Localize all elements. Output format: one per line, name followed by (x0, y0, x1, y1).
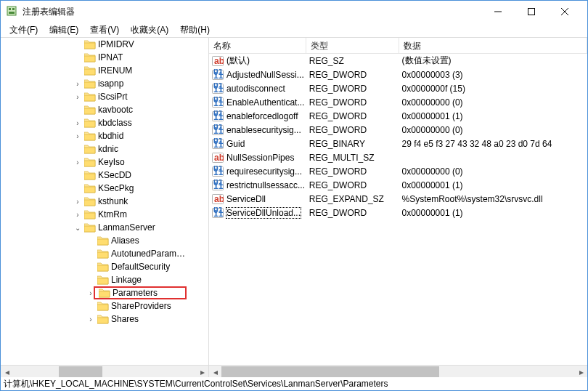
tree-item-label: KtmRm (98, 209, 127, 219)
folder-icon (84, 78, 96, 89)
chevron-right-icon[interactable]: › (73, 132, 82, 140)
menu-3[interactable]: 收藏夹(A) (125, 23, 174, 37)
tree-item-kdnic[interactable]: kdnic (1, 142, 208, 156)
menubar: 文件(F)编辑(E)查看(V)收藏夹(A)帮助(H) (1, 23, 587, 37)
list-header[interactable]: 名称类型数据 (209, 38, 587, 54)
tree-item-label: IPNAT (98, 52, 123, 63)
tree-item-ShareProviders[interactable]: ShareProviders (1, 299, 208, 313)
chevron-down-icon[interactable]: ⌄ (73, 223, 82, 232)
value-name: NullSessionPipes (226, 153, 294, 163)
tree-item-Linkage[interactable]: Linkage (1, 273, 208, 286)
tree-item-IRENUM[interactable]: IRENUM (1, 64, 208, 77)
folder-icon (97, 275, 109, 285)
folder-icon (84, 65, 96, 76)
folder-icon (97, 249, 109, 259)
folder-icon (84, 52, 96, 63)
menu-4[interactable]: 帮助(H) (174, 23, 216, 37)
value-name: requiresecuritysig... (226, 166, 302, 177)
value-type: REG_DWORD (306, 166, 399, 177)
value-name: autodisconnect (226, 84, 285, 94)
value-row[interactable]: ServiceDllUnload...REG_DWORD0x00000001 (… (209, 206, 587, 219)
value-row[interactable]: restrictnullsessacc...REG_DWORD0x0000000… (209, 178, 587, 192)
tree-item-KeyIso[interactable]: ›KeyIso (1, 156, 208, 169)
value-row[interactable]: ServiceDllREG_EXPAND_SZ%SystemRoot%\syst… (209, 192, 587, 206)
tree-item-iScsiPrt[interactable]: ›iScsiPrt (1, 90, 208, 103)
chevron-right-icon[interactable]: › (73, 79, 82, 88)
value-data: 0x00000000 (0) (399, 125, 587, 135)
tree-item-label: KSecDD (98, 170, 131, 180)
tree-item-label: Aliases (111, 235, 139, 246)
svg-rect-10 (528, 9, 535, 15)
chevron-right-icon[interactable]: › (73, 197, 82, 206)
value-row[interactable]: (默认)REG_SZ(数值未设置) (209, 54, 587, 68)
tree-item-kavbootc[interactable]: kavbootc (1, 103, 208, 116)
value-type: REG_DWORD (306, 125, 399, 135)
tree-horizontal-scrollbar[interactable]: ◂▸ (1, 365, 208, 377)
value-type: REG_MULTI_SZ (306, 153, 399, 163)
tree-item-label: kbdclass (98, 118, 132, 128)
close-button[interactable] (548, 1, 581, 23)
value-row[interactable]: EnableAuthenticat...REG_DWORD0x00000000 … (209, 95, 587, 109)
tree-item-AutotunedParam[interactable]: AutotunedParam… (1, 247, 208, 260)
string-value-icon (212, 152, 224, 164)
chevron-right-icon[interactable]: › (86, 315, 95, 323)
menu-1[interactable]: 编辑(E) (44, 23, 84, 37)
folder-icon (84, 209, 96, 219)
folder-icon (84, 118, 96, 128)
chevron-right-icon[interactable]: › (73, 210, 82, 219)
titlebar: 注册表编辑器 (1, 1, 587, 23)
tree-item-LanmanServer[interactable]: ⌄LanmanServer (1, 221, 208, 234)
value-row[interactable]: enableforcedlogoffREG_DWORD0x00000001 (1… (209, 109, 587, 123)
value-name: (默认) (226, 55, 250, 67)
tree-pane[interactable]: IPMIDRVIPNATIRENUM›isapnp›iScsiPrtkavboo… (1, 38, 209, 377)
tree-item-IPMIDRV[interactable]: IPMIDRV (1, 38, 208, 51)
folder-icon (97, 314, 109, 324)
tree-item-ksthunk[interactable]: ›ksthunk (1, 195, 208, 208)
tree-item-label: ShareProviders (111, 301, 171, 311)
value-row[interactable]: AdjustedNullSessi...REG_DWORD0x00000003 … (209, 68, 587, 81)
list-horizontal-scrollbar[interactable]: ◂▸ (209, 365, 587, 377)
minimize-button[interactable] (481, 1, 515, 23)
value-row[interactable]: enablesecuritysig...REG_DWORD0x00000000 … (209, 123, 587, 137)
tree-item-KSecDD[interactable]: KSecDD (1, 169, 208, 182)
value-name: ServiceDll (226, 194, 266, 204)
value-data: 0x00000001 (1) (399, 111, 587, 121)
col-header-1[interactable]: 类型 (306, 38, 399, 53)
value-row[interactable]: autodisconnectREG_DWORD0x0000000f (15) (209, 81, 587, 95)
menu-0[interactable]: 文件(F) (4, 23, 44, 37)
value-data: 0x00000000 (0) (399, 166, 587, 177)
folder-icon (97, 301, 109, 311)
folder-icon (99, 288, 110, 298)
value-row[interactable]: requiresecuritysig...REG_DWORD0x00000000… (209, 164, 587, 178)
maximize-button[interactable] (515, 1, 548, 23)
tree-item-KtmRm[interactable]: ›KtmRm (1, 208, 208, 221)
chevron-right-icon[interactable]: › (73, 158, 82, 166)
tree-item-DefaultSecurity[interactable]: DefaultSecurity (1, 260, 208, 273)
tree-item-kbdclass[interactable]: ›kbdclass (1, 116, 208, 129)
menu-2[interactable]: 查看(V) (84, 23, 125, 37)
tree-item-label: LanmanServer (98, 222, 155, 233)
chevron-right-icon[interactable]: › (73, 118, 82, 127)
regedit-icon (7, 6, 18, 17)
tree-item-label: KSecPkg (98, 183, 134, 193)
value-row[interactable]: GuidREG_BINARY29 f4 e5 f3 27 43 32 48 a0… (209, 137, 587, 150)
chevron-right-icon[interactable]: › (73, 92, 82, 101)
folder-icon (97, 235, 109, 246)
tree-item-isapnp[interactable]: ›isapnp (1, 77, 208, 90)
tree-item-Aliases[interactable]: Aliases (1, 234, 208, 247)
tree-item-Shares[interactable]: ›Shares (1, 313, 208, 326)
value-data: %SystemRoot%\system32\srvsvc.dll (399, 194, 587, 204)
col-header-0[interactable]: 名称 (209, 38, 306, 53)
tree-item-kbdhid[interactable]: ›kbdhid (1, 129, 208, 142)
value-data: 0x0000000f (15) (399, 84, 587, 94)
tree-item-label: KeyIso (98, 157, 125, 167)
col-header-2[interactable]: 数据 (399, 38, 587, 53)
tree-item-label: ksthunk (98, 196, 128, 206)
binary-value-icon (212, 97, 224, 108)
list-pane[interactable]: 名称类型数据 (默认)REG_SZ(数值未设置)AdjustedNullSess… (209, 38, 587, 377)
value-row[interactable]: NullSessionPipesREG_MULTI_SZ (209, 150, 587, 164)
tree-item-KSecPkg[interactable]: KSecPkg (1, 182, 208, 195)
tree-item-Parameters[interactable]: ›Parameters (1, 286, 208, 299)
tree-item-IPNAT[interactable]: IPNAT (1, 51, 208, 64)
value-name: enablesecuritysig... (226, 125, 301, 135)
